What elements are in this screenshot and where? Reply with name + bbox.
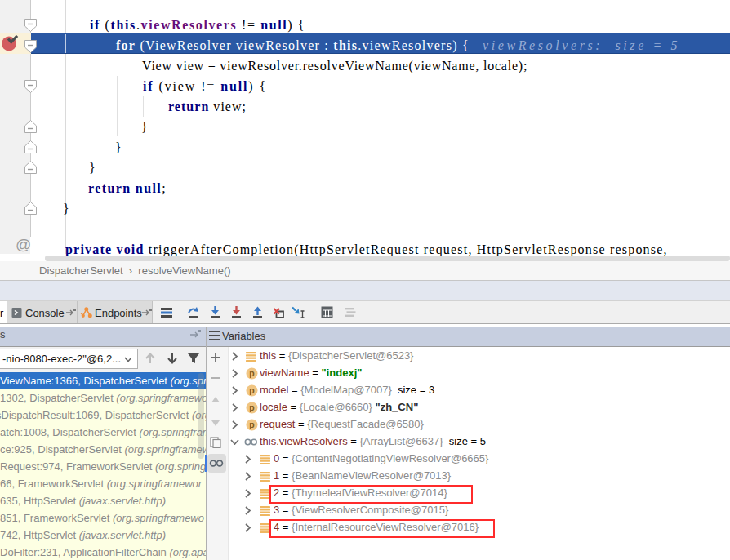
svg-text:p: p: [249, 368, 254, 378]
svg-text:p: p: [249, 402, 254, 412]
svg-text:p: p: [249, 385, 254, 395]
svg-text:p: p: [249, 420, 254, 429]
